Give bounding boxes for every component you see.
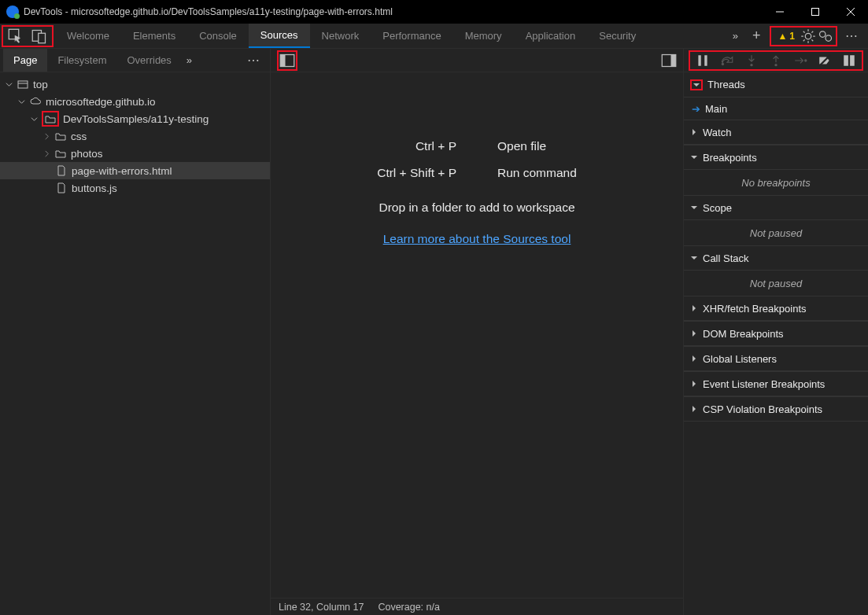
tree-folder-photos[interactable]: photos [0,145,270,162]
pane-csp[interactable]: CSP Violation Breakpoints [684,396,868,422]
shortcut-desc-1: Open file [497,139,577,153]
deactivate-breakpoints-icon[interactable] [818,53,832,68]
tree-host[interactable]: microsoftedge.github.io [0,93,270,110]
svg-point-20 [774,63,777,65]
more-subtabs-icon[interactable]: » [187,54,192,66]
caret-right-icon [690,355,698,363]
svg-rect-10 [18,81,28,88]
pane-breakpoints[interactable]: Breakpoints [684,145,868,170]
add-tab-icon[interactable]: + [752,28,761,44]
tree-file-js[interactable]: buttons.js [0,179,270,197]
file-tree: top microsoftedge.github.io DevToolsSamp… [0,72,270,615]
folder-icon [44,112,57,125]
file-icon [55,164,68,177]
pane-event[interactable]: Event Listener Breakpoints [684,371,868,396]
panel-tabs: Welcome Elements Console Sources Network… [55,24,648,48]
toggle-navigator-highlight [277,50,297,71]
tree-folder-css-label: css [71,131,87,142]
tree-top-label: top [33,79,48,90]
inspect-element-icon[interactable] [8,28,24,44]
thread-main[interactable]: ➔ Main [684,98,868,120]
file-icon [55,182,68,194]
tree-folder-photos-label: photos [71,148,103,160]
tab-sources[interactable]: Sources [249,24,310,48]
step-out-icon[interactable] [769,53,783,68]
svg-point-18 [722,62,724,64]
cloud-icon [29,95,42,108]
device-toolbar-icon[interactable] [31,28,47,44]
svg-point-9 [826,35,832,41]
close-button[interactable] [833,0,868,24]
settings-icon[interactable] [800,28,816,44]
main-toolbar: Welcome Elements Console Sources Network… [0,24,868,49]
learn-more-link[interactable]: Learn more about the Sources tool [383,232,571,246]
svg-rect-1 [811,9,818,16]
inspect-tools-highlight [2,25,54,47]
warnings-badge[interactable]: ▲ 1 [774,30,799,42]
shortcut-key-1: Ctrl + P [377,139,456,153]
scope-not-paused-msg: Not paused [684,220,868,245]
tab-memory[interactable]: Memory [453,24,514,48]
customize-menu-icon[interactable]: ⋯ [845,28,859,43]
maximize-button[interactable] [797,0,833,24]
more-tabs-icon[interactable]: » [733,30,738,42]
subtab-filesystem[interactable]: Filesystem [47,49,116,72]
pane-event-label: Event Listener Breakpoints [703,378,825,390]
tab-performance[interactable]: Performance [371,24,452,48]
tree-file-html-label: page-with-errors.html [72,165,172,177]
edge-favicon [6,6,19,18]
caret-down-icon [690,204,698,212]
tree-folder-a[interactable]: DevToolsSamples/a11y-testing [0,110,270,127]
feedback-icon[interactable] [818,28,833,44]
tab-welcome[interactable]: Welcome [55,24,121,48]
tab-application[interactable]: Application [514,24,588,48]
subtab-overrides[interactable]: Overrides [117,49,182,72]
pause-on-exceptions-icon[interactable] [842,53,856,68]
toggle-navigator-icon[interactable] [279,53,295,68]
pane-watch[interactable]: Watch [684,120,868,145]
folder-icon [54,130,67,142]
navigator-more-icon[interactable]: ⋯ [247,53,260,68]
drop-hint: Drop in a folder to add to workspace [379,201,575,215]
caret-down-icon [693,81,700,89]
tab-elements[interactable]: Elements [121,24,187,48]
tab-security[interactable]: Security [587,24,648,48]
pane-scope[interactable]: Scope [684,195,868,220]
subtab-page[interactable]: Page [3,49,47,72]
step-into-icon[interactable] [744,53,759,68]
folder-icon [54,147,67,160]
tree-file-js-label: buttons.js [72,182,117,194]
tree-folder-css[interactable]: css [0,127,270,145]
svg-point-19 [750,63,752,65]
pane-dom-label: DOM Breakpoints [703,328,784,340]
toggle-debugger-icon[interactable] [661,53,677,68]
navigator-pane: Page Filesystem Overrides » ⋯ top micros… [0,49,271,615]
pane-dom[interactable]: DOM Breakpoints [684,321,868,346]
tab-console[interactable]: Console [187,24,249,48]
pane-callstack-label: Call Stack [703,252,749,264]
pane-global[interactable]: Global Listeners [684,346,868,371]
tab-network[interactable]: Network [310,24,371,48]
warnings-count: 1 [789,31,795,42]
pane-callstack[interactable]: Call Stack [684,245,868,271]
window-title: DevTools - microsoftedge.github.io/DevTo… [24,6,762,17]
svg-point-21 [804,59,807,61]
debugger-pane: Threads ➔ Main Watch Breakpoints No brea… [684,49,868,615]
caret-down-icon [690,153,698,161]
pause-icon[interactable] [696,53,710,68]
pane-threads[interactable]: Threads [684,72,868,98]
pane-watch-label: Watch [703,127,731,138]
pane-breakpoints-label: Breakpoints [703,152,757,164]
pane-xhr[interactable]: XHR/fetch Breakpoints [684,296,868,321]
caret-right-icon [690,304,698,312]
pane-scope-label: Scope [703,202,732,214]
step-icon[interactable] [793,53,807,68]
step-over-icon[interactable] [720,53,734,68]
svg-rect-13 [280,54,285,66]
tree-file-html[interactable]: page-with-errors.html [0,162,270,179]
minimize-button[interactable] [762,0,797,24]
tree-host-label: microsoftedge.github.io [46,96,156,108]
debugger-controls-highlight [689,50,863,71]
tree-top[interactable]: top [0,75,270,93]
caret-right-icon [690,405,698,413]
